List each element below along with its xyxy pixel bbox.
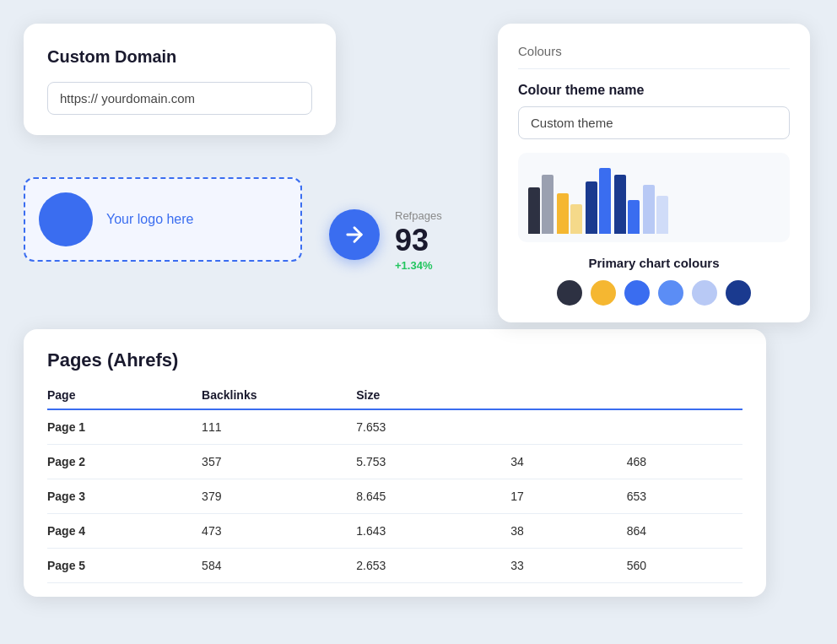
cell-size: 8.645	[356, 479, 510, 514]
bar	[643, 185, 655, 234]
colour-dot[interactable]	[658, 280, 683, 306]
colour-dot[interactable]	[624, 280, 650, 306]
chart-preview	[518, 153, 790, 242]
cell-size: 1.643	[356, 514, 510, 549]
col-4	[510, 388, 626, 409]
cell-col5: 560	[627, 549, 742, 583]
bar	[542, 175, 554, 234]
cell-backlinks: 473	[202, 514, 356, 549]
arrow-right-icon	[343, 223, 366, 246]
bar	[570, 204, 582, 234]
bar	[599, 168, 611, 234]
cell-col5: 653	[627, 479, 742, 514]
cell-backlinks: 357	[202, 445, 356, 479]
bar-group	[614, 175, 640, 234]
refpages-label: Refpages	[395, 209, 442, 222]
table-row: Page 5 584 2.653 33 560	[47, 549, 742, 583]
logo-upload-card[interactable]: Your logo here	[24, 177, 302, 262]
refpages-stat: Refpages 93 +1.34%	[395, 209, 442, 272]
cell-size: 5.753	[356, 445, 510, 479]
table-title: Pages (Ahrefs)	[47, 349, 742, 371]
bar-group	[643, 185, 668, 234]
colours-card: Colours Colour theme name Primary chart …	[498, 24, 810, 322]
bar	[557, 193, 569, 234]
bar	[614, 175, 626, 234]
logo-circle-icon	[39, 192, 93, 246]
chart-bars	[528, 166, 780, 234]
table-row: Page 2 357 5.753 34 468	[47, 445, 742, 479]
bar	[628, 200, 640, 234]
logo-placeholder-text: Your logo here	[106, 212, 194, 227]
col-5	[627, 388, 742, 409]
cell-size: 7.653	[356, 409, 510, 445]
bar-group	[557, 193, 582, 234]
cell-col4: 33	[510, 549, 626, 583]
bar-group	[528, 175, 554, 234]
table-row: Page 3 379 8.645 17 653	[47, 479, 742, 514]
pages-table: Page Backlinks Size Page 1 111 7.653 Pag…	[47, 388, 742, 583]
cell-col4	[510, 409, 626, 445]
table-row: Page 4 473 1.643 38 864	[47, 514, 742, 549]
arrow-button[interactable]	[329, 209, 380, 260]
cell-backlinks: 379	[202, 479, 356, 514]
colour-dots	[518, 280, 790, 306]
domain-card-title: Custom Domain	[47, 47, 312, 67]
colour-theme-input[interactable]	[518, 106, 790, 139]
colour-dot[interactable]	[557, 280, 582, 306]
cell-page: Page 3	[47, 479, 202, 514]
cell-backlinks: 111	[202, 409, 356, 445]
col-page: Page	[47, 388, 202, 409]
cell-col5	[627, 409, 742, 445]
cell-page: Page 5	[47, 549, 202, 583]
bar-group	[586, 168, 611, 234]
pages-table-card: Pages (Ahrefs) Page Backlinks Size Page …	[24, 329, 766, 597]
col-backlinks: Backlinks	[202, 388, 356, 409]
table-row: Page 1 111 7.653	[47, 409, 742, 445]
colour-theme-label: Colour theme name	[518, 83, 790, 98]
cell-col4: 17	[510, 479, 626, 514]
bar	[528, 187, 540, 234]
colour-dot[interactable]	[692, 280, 717, 306]
cell-col5: 864	[627, 514, 742, 549]
cell-size: 2.653	[356, 549, 510, 583]
cell-col5: 468	[627, 445, 742, 479]
bar	[656, 196, 668, 234]
cell-page: Page 2	[47, 445, 202, 479]
colours-header: Colours	[518, 44, 790, 69]
domain-input[interactable]	[47, 82, 312, 115]
col-size: Size	[356, 388, 510, 409]
refpages-value: 93	[395, 224, 442, 257]
refpages-change: +1.34%	[395, 259, 442, 272]
primary-colours-title: Primary chart colours	[518, 256, 790, 270]
cell-backlinks: 584	[202, 549, 356, 583]
colour-dot[interactable]	[591, 280, 616, 306]
cell-page: Page 1	[47, 409, 202, 445]
cell-col4: 38	[510, 514, 626, 549]
cell-page: Page 4	[47, 514, 202, 549]
table-header-row: Page Backlinks Size	[47, 388, 742, 409]
colour-dot[interactable]	[726, 280, 751, 306]
bar	[586, 181, 597, 234]
custom-domain-card: Custom Domain	[24, 24, 336, 135]
cell-col4: 34	[510, 445, 626, 479]
